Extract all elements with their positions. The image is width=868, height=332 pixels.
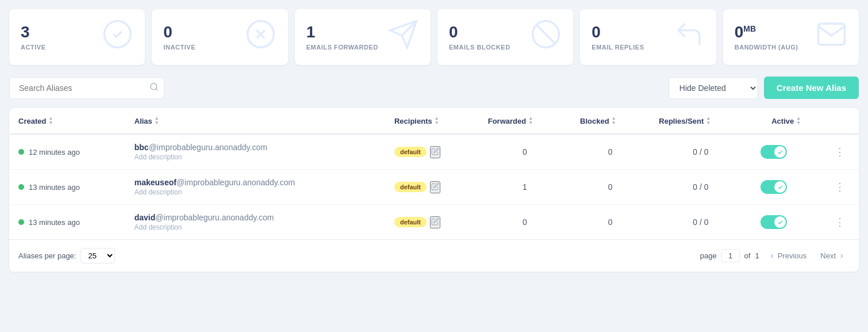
svg-line-7: [537, 25, 555, 43]
create-alias-button[interactable]: Create New Alias: [764, 77, 859, 99]
toggle-knob-row3: [774, 216, 786, 228]
recipient-badge-row3: default: [394, 217, 427, 227]
td-replies-row1: 0 / 0: [650, 134, 751, 170]
next-button[interactable]: Next: [816, 249, 850, 262]
table-footer: Aliases per page: 10 25 50 100 page 1 of…: [9, 239, 859, 272]
toggle-knob-row2: [774, 181, 786, 193]
active-toggle-row2[interactable]: [761, 180, 787, 194]
stat-card-forwarded: 1 EMAILS FORWARDED: [295, 9, 431, 65]
stat-label-bandwidth: BANDWIDTH (AUG): [735, 44, 798, 51]
stat-label-replies: EMAIL REPLIES: [592, 44, 644, 51]
td-alias-row3: david@improbableguru.anonaddy.com Add de…: [125, 205, 385, 240]
active-toggle-row3[interactable]: [761, 215, 787, 229]
filter-select[interactable]: Hide Deleted Show Deleted Only Deleted: [669, 77, 758, 99]
td-more-row2: ⋮: [821, 170, 859, 205]
page-label: page: [700, 251, 717, 260]
sort-arrows-blocked: ▲▼: [612, 116, 616, 125]
td-blocked-row2: 0: [571, 170, 650, 205]
td-created-row1: 12 minutes ago: [9, 134, 125, 170]
status-dot-row1: [18, 149, 24, 155]
sort-arrows-created: ▲▼: [48, 116, 53, 125]
td-blocked-row3: 0: [571, 205, 650, 240]
stat-card-blocked: 0 EMAILS BLOCKED: [437, 9, 573, 65]
toggle-knob-row1: [774, 146, 786, 158]
stat-label-inactive: INACTIVE: [163, 44, 195, 51]
td-created-row2: 13 minutes ago: [9, 170, 125, 205]
td-recipients-row2: default: [385, 170, 479, 205]
recipient-badge-row2: default: [394, 182, 427, 192]
prev-button[interactable]: Previous: [764, 249, 812, 262]
svg-line-9: [156, 89, 158, 90]
stat-number-forwarded: 1: [306, 24, 378, 40]
td-forwarded-row2: 1: [479, 170, 571, 205]
stat-number-inactive: 0: [163, 24, 195, 40]
td-active-row2: [751, 170, 821, 205]
sort-arrows-alias: ▲▼: [155, 116, 159, 125]
td-forwarded-row3: 0: [479, 205, 571, 240]
x-circle-icon: [245, 18, 276, 56]
td-recipients-row3: default: [385, 205, 479, 240]
stat-card-replies: 0 EMAIL REPLIES: [580, 9, 716, 65]
col-replies-sent[interactable]: Replies/Sent ▲▼: [650, 108, 751, 134]
more-options-button-row1[interactable]: ⋮: [830, 143, 850, 161]
edit-recipient-button-row2[interactable]: [430, 181, 440, 193]
table-row: 12 minutes ago bbc@improbableguru.anonad…: [9, 134, 859, 170]
col-blocked[interactable]: Blocked ▲▼: [571, 108, 650, 134]
check-circle-icon: [102, 18, 133, 56]
per-page-wrapper: Aliases per page: 10 25 50 100: [18, 248, 115, 264]
col-forwarded[interactable]: Forwarded ▲▼: [479, 108, 571, 134]
total-pages: 1: [755, 251, 759, 260]
search-button[interactable]: [149, 82, 159, 94]
stat-label-forwarded: EMAILS FORWARDED: [306, 44, 378, 51]
toolbar-right: Hide Deleted Show Deleted Only Deleted C…: [669, 77, 859, 99]
td-alias-row1: bbc@improbableguru.anonaddy.com Add desc…: [125, 134, 385, 170]
per-page-label: Aliases per page:: [18, 251, 76, 260]
search-input[interactable]: [9, 77, 164, 99]
sort-arrows-recipients: ▲▼: [435, 116, 439, 125]
td-replies-row2: 0 / 0: [650, 170, 751, 205]
svg-point-8: [151, 83, 157, 90]
col-alias[interactable]: Alias ▲▼: [125, 108, 385, 134]
status-dot-row3: [18, 219, 24, 225]
td-recipients-row1: default: [385, 134, 479, 170]
td-replies-row3: 0 / 0: [650, 205, 751, 240]
td-forwarded-row1: 0: [479, 134, 571, 170]
aliases-table: Created ▲▼ Alias ▲▼ Recipients ▲▼: [9, 108, 859, 239]
reply-icon: [673, 18, 705, 56]
col-active[interactable]: Active ▲▼: [751, 108, 821, 134]
more-options-button-row2[interactable]: ⋮: [830, 178, 850, 196]
stat-label-blocked: EMAILS BLOCKED: [449, 44, 510, 51]
td-more-row3: ⋮: [821, 205, 859, 240]
td-active-row1: [751, 134, 821, 170]
aliases-table-container: Created ▲▼ Alias ▲▼ Recipients ▲▼: [9, 108, 859, 272]
block-icon: [530, 18, 562, 56]
stat-number-active: 3: [21, 24, 46, 40]
sort-arrows-active: ▲▼: [796, 116, 801, 125]
stat-number-bandwidth: 0MB: [735, 24, 798, 40]
table-row: 13 minutes ago makeuseof@improbableguru.…: [9, 170, 859, 205]
stat-label-active: ACTIVE: [21, 44, 46, 51]
stat-card-inactive: 0 INACTIVE: [152, 9, 287, 65]
current-page: 1: [721, 249, 740, 262]
col-created[interactable]: Created ▲▼: [9, 108, 125, 134]
edit-recipient-button-row3[interactable]: [430, 216, 440, 228]
stats-row: 3 ACTIVE 0 INACTIVE 1 EM: [9, 9, 859, 65]
table-header-row: Created ▲▼ Alias ▲▼ Recipients ▲▼: [9, 108, 859, 134]
stat-number-blocked: 0: [449, 24, 510, 40]
sort-arrows-replies: ▲▼: [706, 116, 710, 125]
td-created-row3: 13 minutes ago: [9, 205, 125, 240]
per-page-select[interactable]: 10 25 50 100: [80, 248, 115, 264]
td-active-row3: [751, 205, 821, 240]
table-row: 13 minutes ago david@improbableguru.anon…: [9, 205, 859, 240]
td-alias-row2: makeuseof@improbableguru.anonaddy.com Ad…: [125, 170, 385, 205]
status-dot-row2: [18, 184, 24, 190]
edit-recipient-button-row1[interactable]: [430, 146, 440, 158]
active-toggle-row1[interactable]: [761, 145, 787, 159]
col-actions: [821, 108, 859, 134]
pagination-wrapper: page 1 of 1 Previous Next: [700, 249, 850, 262]
search-wrapper: [9, 77, 164, 99]
send-icon: [387, 18, 419, 56]
of-label: of: [744, 251, 751, 260]
col-recipients[interactable]: Recipients ▲▼: [385, 108, 479, 134]
more-options-button-row3[interactable]: ⋮: [830, 213, 850, 231]
